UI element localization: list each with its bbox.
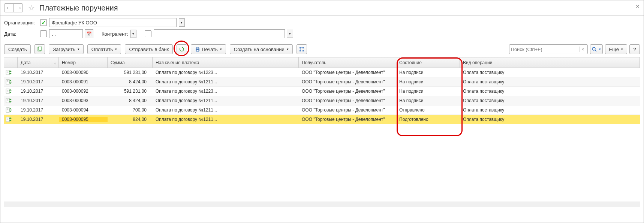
cell-state: На подписи — [396, 70, 460, 75]
close-icon[interactable]: ✕ — [635, 3, 640, 9]
table-row[interactable]: 19.10.20170003-0000918 424,00Оплата по д… — [4, 77, 640, 87]
search-box[interactable]: × — [509, 44, 588, 54]
contragent-label: Контрагент: — [102, 31, 128, 37]
grid-header: Дата Номер Сумма Назначение платежа Полу… — [4, 57, 640, 68]
magnifier-icon — [592, 47, 597, 52]
load-label: Загрузить — [53, 47, 75, 52]
horizontal-scrollbar[interactable] — [4, 202, 640, 207]
cell-date: 19.10.2017 — [18, 89, 59, 94]
calendar-icon[interactable]: 📅 — [85, 29, 93, 38]
cell-number: 0003-000090 — [59, 70, 108, 75]
back-button[interactable]: 🡐 — [4, 4, 13, 12]
cell-sum: 8 424,00 — [108, 98, 153, 103]
date-checkbox[interactable] — [40, 30, 47, 37]
col-state[interactable]: Состояние — [396, 57, 460, 68]
org-value: ФрешКафе УК ООО — [52, 20, 97, 26]
cell-date: 19.10.2017 — [18, 98, 59, 103]
search-button[interactable]: ▾ — [590, 44, 603, 54]
more-button[interactable]: Еще▾ — [605, 44, 627, 54]
cell-state: На подписи — [396, 89, 460, 94]
chevron-down-icon: ▾ — [220, 47, 222, 51]
chevron-down-icon: ▾ — [78, 47, 79, 51]
create-label: Создать — [8, 47, 27, 52]
org-dropdown-icon[interactable]: ▾ — [179, 18, 185, 27]
copy-icon — [37, 47, 42, 52]
cell-date: 19.10.2017 — [18, 117, 59, 122]
search-clear-icon[interactable]: × — [580, 47, 586, 52]
cell-sum: 8 424,00 — [108, 79, 153, 84]
date-value: . . — [52, 31, 56, 37]
col-date[interactable]: Дата — [18, 57, 59, 68]
nav-buttons: 🡐 🡒 — [4, 3, 23, 12]
table-row[interactable]: 19.10.20170003-000095824,00Оплата по дог… — [4, 115, 640, 124]
org-field[interactable]: ФрешКафе УК ООО — [49, 18, 177, 27]
structure-button[interactable] — [297, 44, 307, 54]
cell-recipient: ООО "Торговые центры - Девелопмент" — [299, 98, 396, 103]
refresh-button[interactable] — [177, 44, 187, 54]
row-doc-icon — [4, 98, 18, 103]
cell-number: 0003-000092 — [59, 89, 108, 94]
help-button[interactable]: ? — [629, 44, 640, 54]
cell-purpose: Оплата по договору №1211... — [153, 117, 299, 122]
cell-purpose: Оплата по договору №1223... — [153, 89, 299, 94]
row-doc-icon — [4, 117, 18, 122]
cell-state: Подготовлено — [396, 117, 460, 122]
col-operation[interactable]: Вид операции — [460, 57, 640, 68]
cell-sum: 700,00 — [108, 107, 153, 113]
cell-date: 19.10.2017 — [18, 79, 59, 84]
svg-rect-5 — [300, 47, 301, 48]
create-based-on-button[interactable]: Создать на основании▾ — [230, 44, 293, 54]
contragent-field[interactable] — [154, 29, 285, 38]
table-row[interactable]: 19.10.20170003-000094700,00Оплата по дог… — [4, 105, 640, 115]
create-based-label: Создать на основании — [234, 47, 285, 52]
contragent-dropdown-icon[interactable]: ▾ — [287, 30, 293, 38]
table-row[interactable]: 19.10.20170003-0000938 424,00Оплата по д… — [4, 96, 640, 105]
chevron-down-icon: ▾ — [599, 47, 601, 51]
printer-icon — [195, 47, 200, 52]
contragent-checkbox[interactable] — [145, 30, 151, 37]
print-button[interactable]: Печать▾ — [191, 44, 226, 54]
pay-label: Оплатить — [91, 47, 113, 52]
cell-purpose: Оплата по договору №1211... — [153, 107, 299, 113]
date-field[interactable]: . . — [49, 29, 83, 38]
svg-rect-3 — [196, 47, 199, 49]
cell-purpose: Оплата по договору №1211... — [153, 79, 299, 84]
cell-operation: Оплата поставщику — [460, 107, 640, 113]
search-input[interactable] — [511, 47, 578, 52]
org-checkbox[interactable] — [40, 19, 47, 26]
chevron-down-icon: ▾ — [621, 47, 623, 51]
cell-operation: Оплата поставщику — [460, 98, 640, 103]
svg-rect-6 — [303, 47, 304, 48]
cell-recipient: ООО "Торговые центры - Девелопмент" — [299, 117, 396, 122]
chevron-down-icon: ▾ — [115, 47, 117, 51]
load-button[interactable]: Загрузить▾ — [49, 44, 83, 54]
send-to-bank-button[interactable]: Отправить в банк — [125, 44, 173, 54]
col-sum[interactable]: Сумма — [108, 57, 153, 68]
row-doc-icon — [4, 79, 18, 84]
cell-operation: Оплата поставщику — [460, 117, 640, 122]
structure-icon — [299, 47, 304, 52]
favorite-star-icon[interactable]: ☆ — [27, 4, 36, 12]
cell-operation: Оплата поставщику — [460, 89, 640, 94]
col-icon[interactable] — [4, 57, 18, 68]
cell-operation: Оплата поставщику — [460, 70, 640, 75]
table-row[interactable]: 19.10.20170003-000092591 231,00Оплата по… — [4, 87, 640, 96]
cell-state: На подписи — [396, 98, 460, 103]
svg-rect-8 — [303, 50, 304, 51]
contragent-operator-dropdown[interactable]: ▾ — [130, 30, 136, 38]
forward-button[interactable]: 🡒 — [13, 4, 22, 12]
org-label: Организация: — [4, 20, 38, 26]
cell-number: 0003-000091 — [59, 79, 108, 84]
col-recipient[interactable]: Получатель — [299, 57, 396, 68]
cell-recipient: ООО "Торговые центры - Девелопмент" — [299, 70, 396, 75]
cell-date: 19.10.2017 — [18, 107, 59, 113]
create-button[interactable]: Создать — [4, 44, 31, 54]
pay-button[interactable]: Оплатить▾ — [87, 44, 121, 54]
cell-date: 19.10.2017 — [18, 70, 59, 75]
titlebar: 🡐 🡒 ☆ Платежные поручения ✕ — [0, 0, 644, 16]
cell-number: 0003-000094 — [59, 107, 108, 113]
col-number[interactable]: Номер — [59, 57, 108, 68]
col-purpose[interactable]: Назначение платежа — [153, 57, 299, 68]
table-row[interactable]: 19.10.20170003-000090591 231,00Оплата по… — [4, 68, 640, 77]
copy-button[interactable] — [34, 44, 45, 54]
